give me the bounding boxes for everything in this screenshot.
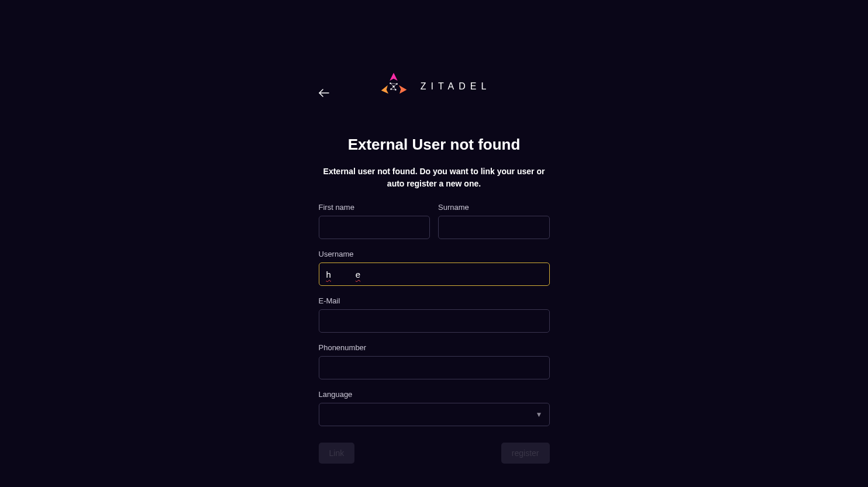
- phone-label: Phonenumber: [319, 343, 550, 352]
- language-label: Language: [319, 390, 550, 399]
- first-name-label: First name: [319, 203, 430, 212]
- svg-line-10: [391, 89, 395, 89]
- username-part1: h: [326, 270, 331, 279]
- surname-label: Surname: [438, 203, 550, 212]
- surname-field[interactable]: [438, 216, 550, 239]
- page-subtitle: External user not found. Do you want to …: [319, 165, 550, 190]
- auth-card: ZITADEL External User not found External…: [319, 70, 550, 487]
- page-title: External User not found: [319, 136, 550, 154]
- first-name-field[interactable]: [319, 216, 430, 239]
- svg-line-5: [390, 83, 394, 87]
- register-button[interactable]: register: [501, 443, 550, 464]
- logo-mark-icon: [377, 70, 410, 103]
- logo-text: ZITADEL: [421, 81, 491, 92]
- svg-line-8: [391, 87, 393, 89]
- username-label: Username: [319, 250, 550, 258]
- email-label: E-Mail: [319, 296, 550, 305]
- username-field[interactable]: h e: [319, 263, 550, 286]
- back-arrow-icon[interactable]: [319, 87, 329, 100]
- link-button[interactable]: Link: [319, 443, 355, 464]
- svg-line-9: [390, 83, 397, 84]
- svg-line-7: [394, 87, 395, 90]
- email-field[interactable]: [319, 309, 550, 333]
- username-part2: e: [356, 270, 360, 279]
- svg-line-6: [394, 84, 397, 87]
- phone-field[interactable]: [319, 356, 550, 379]
- language-select[interactable]: [319, 403, 550, 426]
- logo: ZITADEL: [319, 70, 550, 103]
